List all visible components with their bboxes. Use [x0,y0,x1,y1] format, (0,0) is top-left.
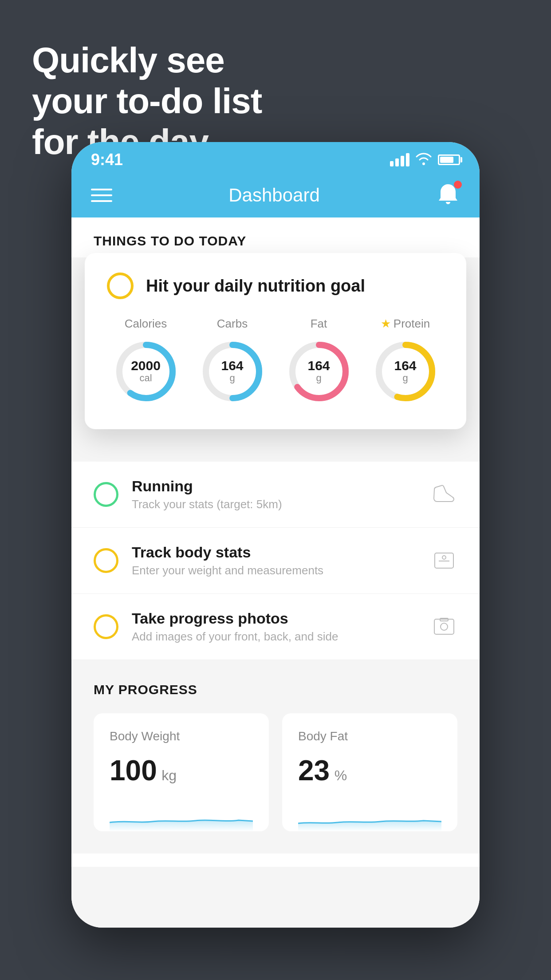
body-weight-label: Body Weight [110,729,253,743]
body-weight-chart [110,796,253,831]
calories-donut: 2000 cal [110,336,181,407]
carbs-label: Carbs [217,317,248,331]
shoe-icon [431,481,457,508]
fat-value: 164 [307,359,330,372]
body-weight-value: 100 [110,755,157,786]
card-header: Hit your daily nutrition goal [107,273,444,299]
carbs-donut: 164 g [197,336,268,407]
nutrition-carbs: Carbs 164 g [197,317,268,407]
scroll-content: Running Track your stats (target: 5km) T… [71,462,480,867]
notification-badge [454,181,462,189]
body-weight-card: Body Weight 100 kg [94,713,269,831]
calories-label: Calories [125,317,167,331]
calories-value: 2000 [131,359,161,372]
svg-rect-11 [434,619,454,634]
phone-frame: 9:41 Da [71,142,480,928]
running-text: Running Track your stats (target: 5km) [132,478,417,511]
running-title: Running [132,478,417,495]
body-fat-card: Body Fat 23 % [282,713,457,831]
photo-icon [431,613,457,640]
svg-point-10 [442,556,446,559]
progress-grid: Body Weight 100 kg [94,713,457,831]
status-time: 9:41 [91,150,123,169]
task-circle-nutrition [107,273,134,299]
running-circle [94,482,118,507]
body-stats-title: Track body stats [132,544,417,561]
app-content: Things to do today Hit your daily nutrit… [71,217,480,928]
status-icons [390,152,460,168]
nutrition-grid: Calories 2000 cal Carbs [107,317,444,407]
body-weight-unit: kg [161,767,177,783]
running-subtitle: Track your stats (target: 5km) [132,498,417,511]
carbs-value: 164 [221,359,243,372]
body-weight-value-row: 100 kg [110,754,253,787]
photos-circle [94,614,118,639]
bell-button[interactable] [436,182,460,208]
photos-subtitle: Add images of your front, back, and side [132,630,417,644]
list-item[interactable]: Running Track your stats (target: 5km) [71,462,480,528]
body-fat-unit: % [335,767,347,783]
body-fat-value: 23 [298,755,330,786]
battery-icon [438,154,460,165]
protein-label: ★ Protein [381,317,430,331]
body-fat-label: Body Fat [298,729,441,743]
body-stats-text: Track body stats Enter your weight and m… [132,544,417,577]
progress-title: My Progress [94,682,457,697]
nutrition-protein: ★ Protein 164 g [370,317,441,407]
protein-unit: g [394,372,416,384]
body-stats-circle [94,548,118,573]
fat-donut: 164 g [283,336,354,407]
body-fat-chart [298,796,441,831]
progress-section: My Progress Body Weight 100 kg [71,660,480,854]
carbs-unit: g [221,372,243,384]
photos-text: Take progress photos Add images of your … [132,610,417,644]
wifi-icon [416,152,432,168]
calories-unit: cal [131,372,161,384]
card-title: Hit your daily nutrition goal [146,277,365,296]
photos-title: Take progress photos [132,610,417,627]
list-item[interactable]: Take progress photos Add images of your … [71,594,480,660]
fat-label: Fat [311,317,327,331]
protein-value: 164 [394,359,416,372]
protein-donut: 164 g [370,336,441,407]
status-bar: 9:41 [71,142,480,173]
nav-title: Dashboard [228,185,319,206]
list-item[interactable]: Track body stats Enter your weight and m… [71,528,480,594]
nav-bar: Dashboard [71,173,480,217]
fat-unit: g [307,372,330,384]
section-header: Things to do today [71,217,480,257]
body-fat-value-row: 23 % [298,754,441,787]
hamburger-menu-button[interactable] [91,189,112,202]
svg-point-12 [441,623,448,630]
nutrition-fat: Fat 164 g [283,317,354,407]
body-stats-subtitle: Enter your weight and measurements [132,564,417,577]
star-icon: ★ [381,317,391,331]
signal-icon [390,153,409,166]
nutrition-calories: Calories 2000 cal [110,317,181,407]
nutrition-card: Hit your daily nutrition goal Calories 2… [85,253,466,429]
scale-icon [431,547,457,574]
